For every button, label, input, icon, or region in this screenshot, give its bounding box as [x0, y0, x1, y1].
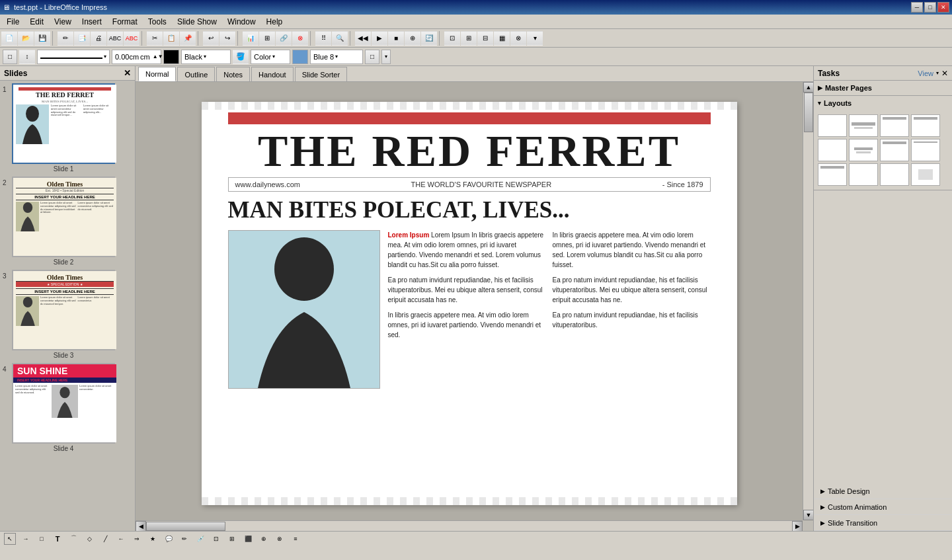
save-button[interactable]: 💾 — [34, 31, 50, 46]
layout-centered-text[interactable] — [849, 139, 878, 161]
nav3-button[interactable]: ■ — [388, 31, 404, 46]
callout-tool[interactable]: 💬 — [163, 533, 175, 545]
curve-tool[interactable]: ⌒ — [67, 533, 79, 545]
hscroll-right-button[interactable]: ▶ — [792, 521, 803, 532]
tasks-view-button[interactable]: View — [918, 69, 933, 77]
tab-slide-sorter[interactable]: Slide Sorter — [295, 67, 347, 81]
open-button[interactable]: 📂 — [18, 31, 34, 46]
stop-button[interactable]: ⊗ — [292, 31, 308, 46]
menu-insert[interactable]: Insert — [77, 15, 107, 28]
canvas-main[interactable]: THE RED FERRET www.dailynews.com THE WOR… — [136, 82, 803, 520]
extras3-tool[interactable]: ≡ — [290, 533, 301, 545]
layout-title-6content[interactable] — [818, 163, 847, 186]
extra4-button[interactable]: ▦ — [494, 31, 510, 46]
layout-centered-only[interactable] — [911, 163, 940, 186]
canvas-hscroll[interactable]: ◀ ▶ — [136, 520, 803, 531]
vscroll-thumb[interactable] — [804, 93, 813, 132]
layout-four-content[interactable] — [911, 139, 940, 161]
custom-animation-item[interactable]: ▶ Custom Animation — [814, 499, 952, 515]
eyedrop-tool[interactable]: 💉 — [194, 533, 206, 545]
arrow-left-tool[interactable]: ← — [115, 533, 127, 545]
redo-button[interactable]: ↪ — [219, 31, 235, 46]
rect-tool[interactable]: □ — [36, 533, 48, 545]
extra1-button[interactable]: ⊡ — [444, 31, 460, 46]
canvas-vscroll[interactable]: ▲ ▼ — [803, 82, 813, 520]
undo-button[interactable]: ↩ — [203, 31, 219, 46]
slide-preview-1[interactable]: THE RED FERRET MAN BITES POLECAT, LIVES.… — [12, 83, 115, 164]
fill-color-swatch[interactable] — [292, 50, 308, 64]
slide-preview-4[interactable]: SUN SHINE INSERT YOUR HEADLINE HERE Lore… — [12, 363, 115, 444]
nav1-button[interactable]: ◀◀ — [355, 31, 371, 46]
hscroll-track[interactable] — [146, 521, 792, 532]
layout-two-col[interactable] — [911, 114, 940, 137]
line-color-swatch[interactable] — [163, 50, 179, 64]
tab-outline[interactable]: Outline — [177, 67, 215, 81]
3d-tool[interactable]: ⊞ — [226, 533, 238, 545]
tasks-header-close[interactable]: ✕ — [941, 69, 948, 78]
hscroll-left-button[interactable]: ◀ — [136, 521, 146, 532]
line-color-dropdown[interactable]: Black ▾ — [181, 50, 231, 64]
minimize-button[interactable]: ─ — [911, 2, 923, 13]
fill2-tool[interactable]: ⬛ — [242, 533, 254, 545]
table-button[interactable]: ⊞ — [259, 31, 275, 46]
menu-tools[interactable]: Tools — [143, 15, 172, 28]
star-tool[interactable]: ★ — [147, 533, 159, 545]
fill-type-dropdown[interactable]: Color ▾ — [251, 50, 290, 64]
maximize-button[interactable]: □ — [924, 2, 936, 13]
extra2-button[interactable]: ⊞ — [461, 31, 477, 46]
pen-tool[interactable]: ✏ — [178, 533, 190, 545]
format-mode-button[interactable]: □ — [3, 50, 17, 64]
grid-button[interactable]: ⠿ — [315, 31, 331, 46]
shadow-button[interactable]: □ — [365, 50, 379, 64]
table-design-item[interactable]: ▶ Table Design — [814, 483, 952, 499]
slide-preview-3[interactable]: Olden Times ★ SPECIAL EDITION ★ INSERT Y… — [12, 270, 115, 350]
close-button[interactable]: ✕ — [937, 2, 949, 13]
shadow2-tool[interactable]: ⊡ — [210, 533, 222, 545]
layout-vertical-title[interactable] — [849, 163, 878, 186]
nav2-button[interactable]: ▶ — [372, 31, 387, 46]
paste-button[interactable]: 📌 — [180, 31, 196, 46]
tab-notes[interactable]: Notes — [216, 67, 250, 81]
menu-help[interactable]: Help — [261, 15, 288, 28]
line-tool[interactable]: ╱ — [99, 533, 111, 545]
menu-file[interactable]: File — [1, 15, 24, 28]
vscroll-track[interactable] — [803, 93, 813, 510]
menu-slideshow[interactable]: Slide Show — [172, 15, 222, 28]
vscroll-down-button[interactable]: ▼ — [803, 510, 813, 520]
line-width-dropdown[interactable]: 0.00cm cm ▲▼ — [112, 50, 161, 64]
shadow-arrow[interactable]: ▾ — [381, 50, 391, 64]
nav5-button[interactable]: 🔄 — [421, 31, 437, 46]
fill-icon[interactable]: 🪣 — [233, 50, 249, 64]
layout-title-content[interactable] — [880, 114, 909, 137]
cut-button[interactable]: ✂ — [147, 31, 163, 46]
menu-edit[interactable]: Edit — [24, 15, 49, 28]
slide-preview-2[interactable]: Olden Times Est. 1842 • Special Edition … — [12, 177, 115, 257]
fill-color-dropdown[interactable]: Blue 8 ▾ — [310, 50, 363, 64]
layouts-header[interactable]: ▾ Layouts — [814, 96, 952, 110]
tasks-header-arrow[interactable]: ▾ — [936, 70, 939, 76]
layout-title[interactable] — [849, 114, 878, 137]
menu-view[interactable]: View — [49, 15, 77, 28]
nav4-button[interactable]: ⊕ — [405, 31, 420, 46]
print-button[interactable]: 🖨 — [91, 31, 106, 46]
copy-button[interactable]: 📋 — [163, 31, 179, 46]
zoom-button[interactable]: 🔍 — [332, 31, 348, 46]
layout-content-only[interactable] — [818, 139, 847, 161]
extras1-tool[interactable]: ⊕ — [258, 533, 270, 545]
shape-tool[interactable]: ◇ — [83, 533, 95, 545]
menu-format[interactable]: Format — [107, 15, 143, 28]
tab-handout[interactable]: Handout — [251, 67, 294, 81]
slides-close-button[interactable]: ✕ — [124, 68, 131, 78]
extra-arrow[interactable]: ▾ — [527, 31, 543, 46]
hyperlink-button[interactable]: 🔗 — [276, 31, 292, 46]
vscroll-up-button[interactable]: ▲ — [803, 82, 813, 93]
format-sort-button[interactable]: ↕ — [19, 50, 35, 64]
edit-button[interactable]: ✏ — [58, 31, 73, 46]
layout-title-two-content[interactable] — [880, 139, 909, 161]
text-tool[interactable]: T — [52, 533, 63, 545]
arrow-tool[interactable]: → — [20, 533, 32, 545]
slide-transition-item[interactable]: ▶ Slide Transition — [814, 515, 952, 531]
tab-normal[interactable]: Normal — [138, 67, 176, 81]
arrow-right-tool[interactable]: ⇒ — [131, 533, 143, 545]
extras2-tool[interactable]: ⊗ — [274, 533, 286, 545]
